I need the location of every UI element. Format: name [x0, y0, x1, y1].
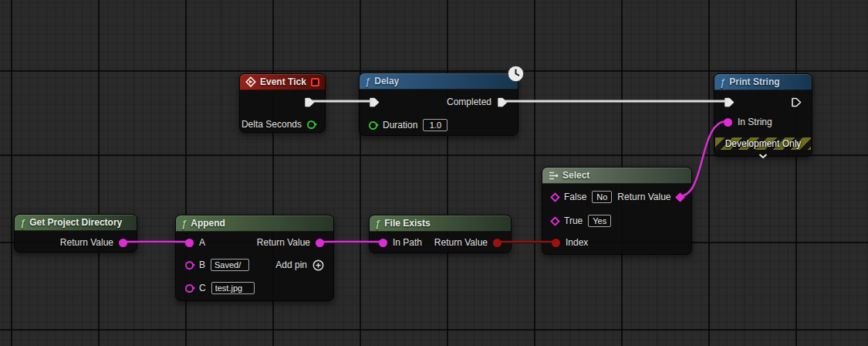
pin-b-input[interactable] [211, 259, 249, 271]
function-icon: ƒ [365, 76, 370, 86]
duration-input[interactable] [423, 119, 448, 131]
node-title: Event Tick [260, 76, 306, 87]
in-string-pin[interactable] [724, 118, 732, 127]
node-title: Select [562, 170, 589, 181]
node-header[interactable]: Event Tick [240, 74, 325, 90]
node-append[interactable]: ƒ Append A Return Value B Add pin [175, 215, 334, 301]
pin-label-in-string: In String [738, 117, 772, 127]
pin-label-true: True [564, 215, 583, 226]
pin-label-duration: Duration [383, 120, 417, 131]
pin-label-return-value: Return Value [434, 237, 488, 248]
pin-label-return-value: Return Value [257, 237, 310, 248]
pin-label-c: C [199, 283, 206, 293]
node-get-project-directory[interactable]: ƒ Get Project Directory Return Value [14, 214, 137, 253]
pin-label-in-path: In Path [393, 237, 422, 248]
node-title: Get Project Directory [29, 217, 122, 228]
pin-b[interactable] [185, 261, 194, 270]
wire-layer [0, 0, 868, 346]
node-header[interactable]: ƒ Print String [714, 74, 812, 90]
pin-c-input[interactable] [211, 282, 255, 294]
pin-label-index: Index [566, 237, 588, 248]
add-pin-button[interactable]: Add pin [275, 260, 324, 271]
node-header[interactable]: ƒ Append [176, 215, 333, 232]
duration-pin[interactable] [369, 121, 377, 130]
function-icon: ƒ [20, 218, 25, 228]
return-value-pin[interactable] [119, 239, 127, 247]
delegate-pin[interactable] [311, 78, 319, 86]
completed-exec-out-pin[interactable] [497, 97, 508, 108]
return-value-pin[interactable] [316, 239, 324, 247]
index-pin[interactable] [552, 239, 560, 247]
function-icon: ƒ [181, 219, 187, 229]
pin-label-return-value: Return Value [60, 237, 113, 248]
in-path-pin[interactable] [379, 239, 387, 247]
node-event-tick[interactable]: Event Tick Delta Seconds [239, 73, 326, 133]
event-icon [245, 76, 256, 87]
pin-label-a: A [199, 237, 205, 248]
node-header[interactable]: ƒ Delay [360, 73, 518, 90]
select-icon [548, 171, 559, 181]
pin-label-delta-seconds: Delta Seconds [241, 119, 302, 130]
latent-clock-icon [507, 65, 525, 85]
node-title: File Exists [384, 218, 430, 229]
return-value-pin[interactable] [493, 239, 502, 247]
node-header[interactable]: ƒ Get Project Directory [15, 215, 137, 231]
add-pin-label: Add pin [275, 260, 307, 270]
node-header[interactable]: ƒ File Exists [370, 215, 511, 232]
node-select[interactable]: Select False Return Value True Index [542, 167, 692, 255]
pin-a[interactable] [185, 239, 194, 247]
pin-label-false: False [564, 192, 586, 202]
exec-in-pin[interactable] [369, 97, 380, 108]
blueprint-graph-canvas[interactable]: Event Tick Delta Seconds ƒ Delay [0, 0, 868, 346]
node-print-string[interactable]: ƒ Print String In String Development Onl… [714, 73, 812, 157]
false-value-input[interactable] [592, 191, 612, 203]
return-value-pin[interactable] [675, 192, 685, 202]
node-title: Print String [729, 76, 779, 87]
node-title: Delay [374, 76, 399, 86]
add-pin-icon [312, 260, 324, 271]
node-delay[interactable]: ƒ Delay Completed Duration [359, 73, 518, 136]
node-header[interactable]: Select [542, 168, 691, 184]
exec-in-pin[interactable] [724, 97, 735, 108]
development-only-banner: Development Only [715, 137, 811, 150]
pin-label-b: B [199, 260, 205, 270]
true-option-pin[interactable] [550, 216, 560, 226]
function-icon: ƒ [375, 219, 380, 229]
node-title: Append [191, 218, 225, 229]
pin-label-completed: Completed [447, 97, 491, 107]
false-option-pin[interactable] [550, 192, 560, 202]
delta-seconds-pin[interactable] [307, 120, 316, 129]
expand-chevron-icon[interactable] [758, 151, 768, 161]
node-file-exists[interactable]: ƒ File Exists In Path Return Value [369, 215, 512, 253]
pin-label-return-value: Return Value [617, 192, 670, 202]
true-value-input[interactable] [588, 215, 611, 227]
function-icon: ƒ [720, 77, 725, 87]
exec-out-pin[interactable] [791, 97, 802, 108]
exec-out-pin[interactable] [304, 97, 316, 108]
pin-c[interactable] [185, 284, 194, 293]
